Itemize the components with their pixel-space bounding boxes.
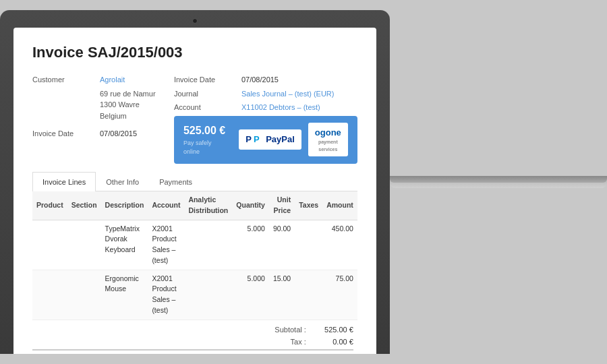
laptop-base <box>390 176 607 188</box>
cell-analytic <box>184 270 232 320</box>
table-header-row: Product Section Description Account Anal… <box>32 191 357 220</box>
tab-other-info[interactable]: Other Info <box>96 172 149 192</box>
invoice-date-left-label: Invoice Date <box>32 128 100 140</box>
invoice-title: Invoice SAJ/2015/003 <box>32 41 357 63</box>
cell-taxes <box>295 220 322 270</box>
col-taxes: Taxes <box>295 191 322 220</box>
tax-value: 0.00 € <box>306 336 353 348</box>
col-unit-price: UnitPrice <box>269 191 295 220</box>
cell-taxes <box>295 270 322 320</box>
tax-label: Tax : <box>245 336 306 348</box>
laptop-screen: Invoice SAJ/2015/003 Customer Agrolait 6… <box>13 28 376 354</box>
tab-payments[interactable]: Payments <box>149 172 202 192</box>
paypal-icon-p2: P <box>254 133 260 146</box>
payment-amount: 525.00 € <box>183 123 225 139</box>
ogone-sub: payment services <box>315 139 341 153</box>
account-row: Account X11002 Debtors – (test) <box>174 102 357 113</box>
cell-product <box>32 270 67 320</box>
subtotal-label: Subtotal : <box>245 324 306 336</box>
cell-amount: 450.00 <box>322 220 357 270</box>
total-label: Total : <box>245 353 306 355</box>
total-value: 525.00 € <box>306 353 353 355</box>
tab-invoice-lines[interactable]: Invoice Lines <box>32 172 96 192</box>
ogone-label: ogone <box>315 127 341 138</box>
customer-address-line2: 1300 Wavre <box>100 99 174 111</box>
invoice-date-left-row: Invoice Date 07/08/2015 <box>32 128 174 140</box>
account-value[interactable]: X11002 Debtors – (test) <box>241 102 320 113</box>
invoice-page: Invoice SAJ/2015/003 Customer Agrolait 6… <box>13 28 376 354</box>
payment-subtitle: Pay safely online <box>183 139 225 157</box>
paypal-icon-p1: P <box>245 133 252 146</box>
ogone-button[interactable]: ogone payment services <box>308 123 348 157</box>
tax-row: Tax : 0.00 € <box>32 336 353 348</box>
cell-product <box>32 220 67 270</box>
cell-quantity: 5.000 <box>232 270 269 320</box>
col-quantity: Quantity <box>232 191 269 220</box>
col-product: Product <box>32 191 67 220</box>
paypal-label: PayPal <box>266 133 295 146</box>
col-amount: Amount <box>322 191 357 220</box>
cell-unit-price: 90.00 <box>269 220 295 270</box>
cell-section <box>67 270 101 320</box>
cell-quantity: 5.000 <box>232 220 269 270</box>
journal-value[interactable]: Sales Journal – (test) (EUR) <box>241 88 335 100</box>
col-description: Description <box>101 191 148 220</box>
invoice-date-right-value: 07/08/2015 <box>241 74 279 86</box>
invoice-date-right-row: Invoice Date 07/08/2015 <box>174 74 357 86</box>
journal-label: Journal <box>174 88 241 100</box>
journal-row: Journal Sales Journal – (test) (EUR) <box>174 88 357 100</box>
cell-unit-price: 15.00 <box>269 270 295 320</box>
invoice-date-right-label: Invoice Date <box>174 74 241 86</box>
cell-section <box>67 220 101 270</box>
account-label: Account <box>174 102 241 113</box>
paypal-button[interactable]: PP PayPal <box>239 129 301 150</box>
invoice-header: Customer Agrolait 69 rue de Namur 1300 W… <box>32 74 357 164</box>
table-row: Ergonomic Mouse X2001 Product Sales – (t… <box>32 270 357 320</box>
customer-name[interactable]: Agrolait <box>100 74 125 86</box>
payment-amount-block: 525.00 € Pay safely online <box>183 123 225 157</box>
total-row: Total : 525.00 € <box>32 349 353 355</box>
payment-block: 525.00 € Pay safely online PP PayPal ogo… <box>174 116 357 164</box>
col-analytic: AnalyticDistribution <box>184 191 232 220</box>
invoice-right: Invoice Date 07/08/2015 Journal Sales Jo… <box>174 74 357 164</box>
cell-description: Ergonomic Mouse <box>101 270 148 320</box>
customer-field-row: Customer Agrolait <box>32 74 174 86</box>
col-section: Section <box>67 191 101 220</box>
invoice-left: Customer Agrolait 69 rue de Namur 1300 W… <box>32 74 174 164</box>
customer-address-line3: Belgium <box>100 111 174 122</box>
ogone-content: ogone payment services <box>315 126 341 154</box>
customer-address: 69 rue de Namur 1300 Wavre Belgium <box>100 88 174 122</box>
cell-account: X2001 Product Sales – (test) <box>148 270 184 320</box>
cell-account: X2001 Product Sales – (test) <box>148 220 184 270</box>
laptop-base-inner <box>390 176 607 183</box>
customer-label: Customer <box>32 74 100 86</box>
invoice-table: Product Section Description Account Anal… <box>32 191 357 320</box>
cell-description: TypeMatrix Dvorak Keyboard <box>101 220 148 270</box>
tabs-bar: Invoice Lines Other Info Payments <box>32 172 357 192</box>
subtotal-row: Subtotal : 525.00 € <box>32 324 353 336</box>
invoice-date-left-value: 07/08/2015 <box>100 128 137 140</box>
laptop-shell: Invoice SAJ/2015/003 Customer Agrolait 6… <box>0 10 390 354</box>
cell-amount: 75.00 <box>322 270 357 320</box>
subtotal-value: 525.00 € <box>306 324 353 336</box>
table-row: TypeMatrix Dvorak Keyboard X2001 Product… <box>32 220 357 270</box>
totals-block: Subtotal : 525.00 € Tax : 0.00 € Total :… <box>32 324 357 355</box>
customer-address-line1: 69 rue de Namur <box>100 88 174 100</box>
cell-analytic <box>184 220 232 270</box>
col-account: Account <box>148 191 184 220</box>
laptop-camera <box>192 18 198 24</box>
